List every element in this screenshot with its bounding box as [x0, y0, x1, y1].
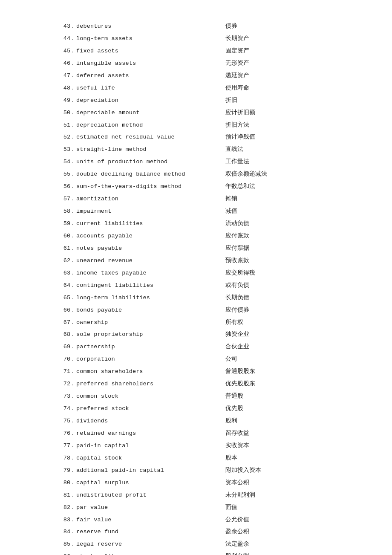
item-number: 50 — [58, 108, 70, 118]
list-item: 45.fixed assets固定资产 — [58, 46, 334, 56]
item-english: sum-of-the-years-digits method — [76, 182, 200, 192]
list-item: 51.depreciation method折旧方法 — [58, 120, 334, 130]
item-dot: . — [71, 527, 75, 537]
item-chinese: 预计净残值 — [225, 132, 255, 142]
item-chinese: 长期负债 — [225, 293, 249, 303]
item-number: 86 — [58, 552, 70, 555]
item-dot: . — [71, 133, 75, 142]
item-number: 51 — [58, 121, 70, 130]
item-chinese: 摊销 — [225, 194, 237, 204]
item-number: 55 — [58, 170, 70, 179]
item-dot: . — [71, 170, 75, 179]
list-item: 47.deferred assets递延资产 — [58, 71, 334, 81]
item-number: 48 — [58, 84, 70, 93]
item-chinese: 所有权 — [225, 318, 243, 327]
item-chinese: 未分配利润 — [225, 490, 255, 500]
item-english: accounts payable — [76, 231, 200, 241]
item-dot: . — [71, 306, 75, 315]
item-dot: . — [71, 59, 75, 69]
list-item: 83.fair value公允价值 — [58, 515, 334, 525]
list-item: 46.intangible assets无形资产 — [58, 58, 334, 69]
item-dot: . — [71, 145, 75, 155]
item-number: 83 — [58, 515, 70, 525]
item-number: 76 — [58, 429, 70, 439]
item-number: 59 — [58, 219, 70, 229]
item-english: paid-in capital — [76, 441, 200, 451]
list-item: 77.paid-in capital实收资本 — [58, 441, 334, 451]
item-chinese: 折旧方法 — [225, 120, 249, 130]
item-chinese: 流动负债 — [225, 219, 249, 228]
item-english: retained earnings — [76, 429, 200, 439]
item-chinese: 优先股 — [225, 404, 243, 413]
item-chinese: 普通股股东 — [225, 367, 255, 376]
list-item: 44.long-term assets长期资产 — [58, 34, 334, 44]
list-item: 59.current liabilities流动负债 — [58, 219, 334, 229]
item-english: stock split — [76, 552, 200, 555]
item-dot: . — [71, 404, 75, 414]
item-dot: . — [71, 269, 75, 278]
item-number: 75 — [58, 416, 70, 426]
item-english: long-term assets — [76, 34, 200, 44]
list-item: 48.useful life使用寿命 — [58, 83, 334, 93]
list-item: 64.contingent liabilities或有负债 — [58, 280, 334, 291]
item-dot: . — [71, 416, 75, 426]
item-chinese: 应付债券 — [225, 305, 249, 315]
item-chinese: 使用寿命 — [225, 83, 249, 93]
item-number: 74 — [58, 404, 70, 414]
item-chinese: 直线法 — [225, 145, 243, 154]
item-dot: . — [71, 194, 75, 204]
item-number: 71 — [58, 367, 70, 377]
list-item: 81.undistributed profit未分配利润 — [58, 490, 334, 500]
item-number: 61 — [58, 244, 70, 254]
list-item: 60.accounts payable应付账款 — [58, 231, 334, 241]
item-number: 43 — [58, 22, 70, 32]
item-chinese: 公司 — [225, 354, 237, 364]
item-chinese: 股本 — [225, 453, 237, 463]
item-dot: . — [71, 219, 75, 229]
item-chinese: 债券 — [225, 21, 237, 31]
item-chinese: 工作量法 — [225, 157, 249, 167]
item-chinese: 减值 — [225, 206, 237, 216]
item-english: straight-line method — [76, 145, 200, 155]
item-number: 60 — [58, 231, 70, 241]
item-number: 57 — [58, 194, 70, 204]
item-number: 44 — [58, 34, 70, 44]
item-number: 56 — [58, 182, 70, 192]
item-dot: . — [71, 552, 75, 555]
item-dot: . — [71, 392, 75, 402]
item-dot: . — [71, 121, 75, 130]
item-english: corporation — [76, 355, 200, 364]
list-item: 75.dividends股利 — [58, 416, 334, 426]
item-dot: . — [71, 231, 75, 241]
item-chinese: 股利 — [225, 416, 237, 426]
item-dot: . — [71, 157, 75, 167]
item-number: 49 — [58, 96, 70, 106]
item-chinese: 应计折旧额 — [225, 108, 255, 118]
item-dot: . — [71, 441, 75, 451]
list-item: 73.common stock普通股 — [58, 391, 334, 402]
item-dot: . — [71, 34, 75, 44]
item-number: 66 — [58, 306, 70, 315]
list-item: 74.preferred stock优先股 — [58, 404, 334, 414]
item-chinese: 应付票据 — [225, 243, 249, 253]
list-item: 56.sum-of-the-years-digits method年数总和法 — [58, 182, 334, 192]
list-item: 86.stock split股利分割 — [58, 552, 334, 555]
list-item: 80.capital surplus资本公积 — [58, 478, 334, 488]
item-chinese: 面值 — [225, 503, 237, 512]
item-english: long-term liabilities — [76, 293, 200, 303]
item-dot: . — [71, 293, 75, 303]
item-chinese: 独资企业 — [225, 330, 249, 339]
item-chinese: 长期资产 — [225, 34, 249, 43]
item-dot: . — [71, 429, 75, 439]
list-item: 71.common shareholders普通股股东 — [58, 367, 334, 377]
item-chinese: 折旧 — [225, 95, 237, 105]
item-english: estimated net residual value — [76, 133, 200, 142]
item-dot: . — [71, 318, 75, 328]
item-chinese: 递延资产 — [225, 71, 249, 81]
item-dot: . — [71, 207, 75, 217]
list-item: 62.unearned revenue预收账款 — [58, 256, 334, 266]
item-number: 67 — [58, 318, 70, 328]
item-dot: . — [71, 342, 75, 352]
item-dot: . — [71, 330, 75, 340]
item-number: 68 — [58, 330, 70, 340]
